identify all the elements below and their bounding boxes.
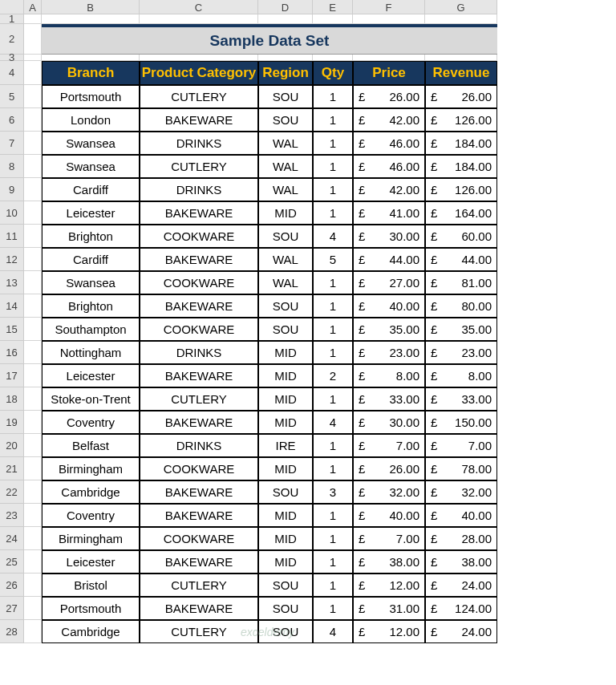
row-header-16[interactable]: 16: [0, 341, 24, 364]
spreadsheet[interactable]: ABCDEFG12Sample Data Set34BranchProduct …: [0, 0, 616, 643]
cell-category[interactable]: CUTLERY: [140, 387, 258, 411]
cell-branch[interactable]: Leicester: [42, 364, 140, 387]
cell-branch[interactable]: Swansea: [42, 132, 140, 155]
cell[interactable]: [24, 434, 42, 457]
cell-branch[interactable]: Brighton: [42, 225, 140, 248]
cell-price[interactable]: £8.00: [353, 364, 425, 387]
cell-revenue[interactable]: £81.00: [425, 271, 497, 294]
cell-revenue[interactable]: £35.00: [425, 318, 497, 341]
cell-qty[interactable]: 4: [313, 225, 353, 248]
row-header-24[interactable]: 24: [0, 527, 24, 550]
cell-branch[interactable]: Swansea: [42, 155, 140, 178]
cell-branch[interactable]: Birmingham: [42, 457, 140, 480]
cell-region[interactable]: MID: [258, 341, 313, 364]
cell-branch[interactable]: Brighton: [42, 294, 140, 318]
cell[interactable]: [24, 597, 42, 620]
cell-revenue[interactable]: £44.00: [425, 248, 497, 271]
cell[interactable]: [258, 55, 313, 61]
cell-revenue[interactable]: £78.00: [425, 457, 497, 480]
cell[interactable]: [24, 132, 42, 155]
cell-region[interactable]: MID: [258, 364, 313, 387]
cell-branch[interactable]: Portsmouth: [42, 597, 140, 620]
cell[interactable]: [24, 225, 42, 248]
cell-branch[interactable]: Coventry: [42, 411, 140, 434]
cell[interactable]: [140, 55, 258, 61]
row-header-10[interactable]: 10: [0, 201, 24, 225]
cell-region[interactable]: MID: [258, 457, 313, 480]
cell[interactable]: [42, 14, 140, 24]
cell-branch[interactable]: Cardiff: [42, 248, 140, 271]
cell-qty[interactable]: 1: [313, 574, 353, 597]
cell[interactable]: [24, 294, 42, 318]
cell-branch[interactable]: Leicester: [42, 201, 140, 225]
cell-price[interactable]: £12.00: [353, 574, 425, 597]
cell-qty[interactable]: 1: [313, 201, 353, 225]
cell-price[interactable]: £42.00: [353, 108, 425, 132]
row-header-25[interactable]: 25: [0, 550, 24, 574]
cell-qty[interactable]: 1: [313, 271, 353, 294]
cell-branch[interactable]: Portsmouth: [42, 85, 140, 108]
cell-revenue[interactable]: £24.00: [425, 620, 497, 643]
cell-category[interactable]: DRINKS: [140, 178, 258, 201]
cell-region[interactable]: SOU: [258, 108, 313, 132]
cell-revenue[interactable]: £150.00: [425, 411, 497, 434]
cell-region[interactable]: MID: [258, 504, 313, 527]
cell-branch[interactable]: Coventry: [42, 504, 140, 527]
cell[interactable]: [353, 14, 425, 24]
col-header-D[interactable]: D: [258, 0, 313, 14]
cell-region[interactable]: SOU: [258, 225, 313, 248]
col-header-A[interactable]: A: [24, 0, 42, 14]
cell-region[interactable]: MID: [258, 550, 313, 574]
cell-qty[interactable]: 1: [313, 457, 353, 480]
cell-branch[interactable]: Southampton: [42, 318, 140, 341]
cell-category[interactable]: DRINKS: [140, 434, 258, 457]
cell-branch[interactable]: Bristol: [42, 574, 140, 597]
cell-branch[interactable]: Cardiff: [42, 178, 140, 201]
cell-price[interactable]: £26.00: [353, 457, 425, 480]
cell[interactable]: [313, 55, 353, 61]
cell-price[interactable]: £30.00: [353, 225, 425, 248]
cell-revenue[interactable]: £126.00: [425, 178, 497, 201]
col-header-E[interactable]: E: [313, 0, 353, 14]
col-header-G[interactable]: G: [425, 0, 497, 14]
cell-category[interactable]: COOKWARE: [140, 318, 258, 341]
cell-region[interactable]: IRE: [258, 434, 313, 457]
cell-price[interactable]: £40.00: [353, 294, 425, 318]
cell-region[interactable]: MID: [258, 411, 313, 434]
row-header-28[interactable]: 28: [0, 620, 24, 643]
cell[interactable]: [140, 14, 258, 24]
cell[interactable]: [24, 387, 42, 411]
cell-revenue[interactable]: £40.00: [425, 504, 497, 527]
cell-price[interactable]: £40.00: [353, 504, 425, 527]
row-header-18[interactable]: 18: [0, 387, 24, 411]
cell-revenue[interactable]: £28.00: [425, 527, 497, 550]
cell-qty[interactable]: 1: [313, 318, 353, 341]
cell-category[interactable]: BAKEWARE: [140, 108, 258, 132]
cell-price[interactable]: £42.00: [353, 178, 425, 201]
cell-category[interactable]: BAKEWARE: [140, 411, 258, 434]
cell-qty[interactable]: 1: [313, 155, 353, 178]
cell-category[interactable]: CUTLERY: [140, 85, 258, 108]
cell-category[interactable]: CUTLERY: [140, 620, 258, 643]
cell-category[interactable]: BAKEWARE: [140, 480, 258, 504]
cell[interactable]: [24, 620, 42, 643]
cell-price[interactable]: £26.00: [353, 85, 425, 108]
cell-qty[interactable]: 4: [313, 620, 353, 643]
row-header-9[interactable]: 9: [0, 178, 24, 201]
cell-region[interactable]: WAL: [258, 155, 313, 178]
cell-qty[interactable]: 1: [313, 85, 353, 108]
cell-branch[interactable]: Leicester: [42, 550, 140, 574]
cell[interactable]: [24, 364, 42, 387]
row-header-17[interactable]: 17: [0, 364, 24, 387]
cell[interactable]: [24, 248, 42, 271]
cell-branch[interactable]: Nottingham: [42, 341, 140, 364]
cell-branch[interactable]: London: [42, 108, 140, 132]
cell[interactable]: [24, 318, 42, 341]
row-header-2[interactable]: 2: [0, 24, 24, 55]
cell-qty[interactable]: 3: [313, 480, 353, 504]
row-header-7[interactable]: 7: [0, 132, 24, 155]
cell-qty[interactable]: 1: [313, 178, 353, 201]
cell[interactable]: [24, 201, 42, 225]
col-header-B[interactable]: B: [42, 0, 140, 14]
cell-price[interactable]: £33.00: [353, 387, 425, 411]
